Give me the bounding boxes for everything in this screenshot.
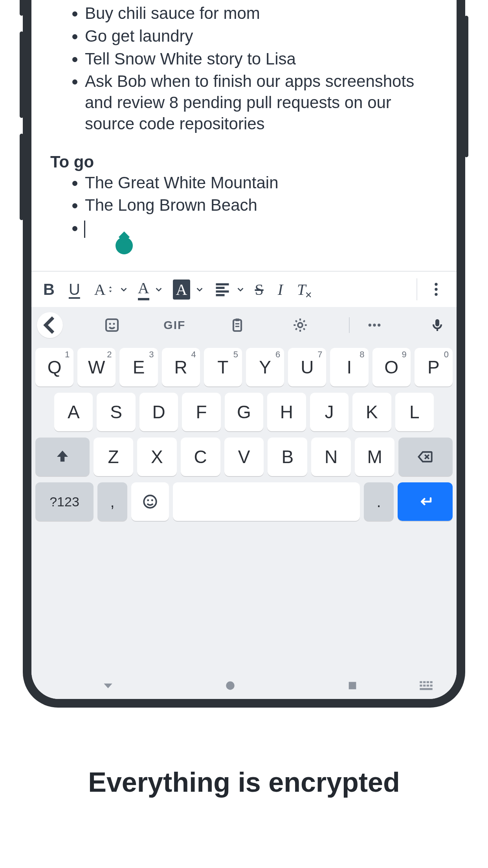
key-v[interactable]: V	[224, 438, 264, 476]
key-q[interactable]: Q1	[35, 348, 73, 386]
format-toolbar: B U A A A S I T✕	[31, 271, 457, 307]
key-enter[interactable]	[398, 482, 453, 521]
svg-point-16	[226, 681, 234, 690]
key-x[interactable]: X	[137, 438, 177, 476]
settings-button[interactable]	[286, 317, 314, 333]
nav-back-button[interactable]	[47, 679, 169, 692]
key-emoji[interactable]	[131, 482, 169, 521]
key-k[interactable]: K	[352, 393, 391, 431]
keyboard-icon	[419, 680, 435, 691]
key-p[interactable]: P0	[415, 348, 453, 386]
clipboard-button[interactable]	[224, 317, 251, 333]
chevron-down-icon[interactable]	[152, 285, 166, 294]
key-w[interactable]: W2	[77, 348, 116, 386]
keyboard-row-3: Z X C V B N M	[35, 438, 453, 476]
suggestion-divider	[349, 317, 350, 333]
key-n[interactable]: N	[311, 438, 351, 476]
key-s[interactable]: S	[97, 393, 135, 431]
key-h[interactable]: H	[267, 393, 306, 431]
keyboard: Q1 W2 E3 R4 T5 Y6 U7 I8 O9 P0 A S D F G …	[31, 343, 457, 672]
chevron-down-icon[interactable]	[117, 285, 131, 294]
key-z[interactable]: Z	[94, 438, 133, 476]
section-heading-togo[interactable]: To go	[50, 153, 438, 171]
font-size-button[interactable]: A	[87, 275, 117, 303]
keyboard-collapse-button[interactable]	[37, 312, 63, 338]
more-options-button[interactable]	[420, 275, 452, 303]
svg-rect-7	[235, 318, 239, 321]
key-j[interactable]: J	[310, 393, 349, 431]
bold-button[interactable]: B	[36, 275, 62, 303]
svg-rect-26	[420, 688, 433, 690]
key-r[interactable]: R4	[162, 348, 200, 386]
svg-rect-19	[423, 681, 426, 683]
gear-icon	[292, 317, 308, 333]
key-t[interactable]: T5	[204, 348, 242, 386]
chevron-down-icon[interactable]	[193, 285, 207, 294]
strikethrough-button[interactable]: S	[248, 275, 270, 303]
align-button[interactable]	[207, 275, 233, 303]
nav-home-button[interactable]	[169, 679, 292, 692]
keyboard-row-4: ?123 , .	[35, 482, 453, 521]
key-d[interactable]: D	[139, 393, 178, 431]
key-e[interactable]: E3	[119, 348, 158, 386]
list-item[interactable]: The Long Brown Beach	[85, 194, 438, 217]
key-l[interactable]: L	[395, 393, 434, 431]
highlight-color-button[interactable]: A	[166, 275, 193, 303]
promo-tagline: Everything is encrypted	[0, 767, 488, 798]
key-space[interactable]	[173, 482, 360, 521]
svg-point-11	[378, 324, 380, 326]
underline-button[interactable]: U	[62, 275, 87, 303]
key-shift[interactable]	[35, 438, 90, 476]
key-a[interactable]: A	[54, 393, 93, 431]
more-suggestions-button[interactable]	[361, 317, 388, 333]
svg-rect-6	[233, 320, 241, 331]
key-o[interactable]: O9	[372, 348, 411, 386]
note-editor[interactable]: Developer program ~$150 per year Music s…	[31, 0, 457, 239]
svg-rect-17	[349, 682, 356, 690]
list-item[interactable]: Ask Bob when to finish our apps screensh…	[85, 70, 438, 135]
keyboard-suggestion-row: GIF	[31, 307, 457, 343]
sticker-button[interactable]	[98, 317, 126, 333]
key-period[interactable]: .	[364, 482, 394, 521]
key-i[interactable]: I8	[330, 348, 368, 386]
svg-rect-22	[420, 685, 422, 687]
nav-keyboard-switch-button[interactable]	[413, 680, 441, 691]
svg-point-9	[369, 324, 371, 326]
key-b[interactable]: B	[268, 438, 307, 476]
list-item-cursor[interactable]	[85, 217, 438, 239]
key-m[interactable]: M	[355, 438, 394, 476]
cursor-handle[interactable]	[116, 237, 133, 254]
list-item[interactable]: Tell Snow White story to Lisa	[85, 48, 438, 70]
voice-input-button[interactable]	[424, 317, 451, 333]
shift-icon	[54, 449, 71, 465]
clear-formatting-button[interactable]: T✕	[290, 275, 313, 303]
list-item[interactable]: The Great White Mountain	[85, 171, 438, 194]
text-color-button[interactable]: A	[131, 275, 152, 303]
clipboard-icon	[229, 317, 245, 333]
align-left-icon	[214, 281, 231, 298]
updown-arrows-icon	[106, 283, 114, 296]
list-item[interactable]: Go get laundry	[85, 25, 438, 48]
phone-screen: Developer program ~$150 per year Music s…	[31, 0, 457, 699]
key-g[interactable]: G	[225, 393, 263, 431]
key-c[interactable]: C	[181, 438, 220, 476]
key-backspace[interactable]	[398, 438, 453, 476]
todo-list[interactable]: Buy chili sauce for mom Go get laundry T…	[50, 2, 438, 135]
key-symbols[interactable]: ?123	[35, 482, 94, 521]
svg-rect-25	[430, 685, 433, 687]
italic-button[interactable]: I	[271, 275, 290, 303]
svg-rect-21	[430, 681, 433, 683]
key-comma[interactable]: ,	[97, 482, 127, 521]
togo-list[interactable]: The Great White Mountain The Long Brown …	[50, 171, 438, 239]
key-y[interactable]: Y6	[246, 348, 284, 386]
microphone-icon	[429, 317, 445, 333]
chevron-down-icon[interactable]	[233, 285, 248, 294]
key-u[interactable]: U7	[288, 348, 326, 386]
toolbar-divider	[416, 278, 417, 300]
svg-point-1	[435, 288, 437, 291]
list-item[interactable]: Buy chili sauce for mom	[85, 2, 438, 25]
svg-point-4	[109, 323, 111, 325]
gif-button[interactable]: GIF	[161, 318, 188, 332]
nav-recents-button[interactable]	[291, 679, 413, 692]
key-f[interactable]: F	[182, 393, 220, 431]
